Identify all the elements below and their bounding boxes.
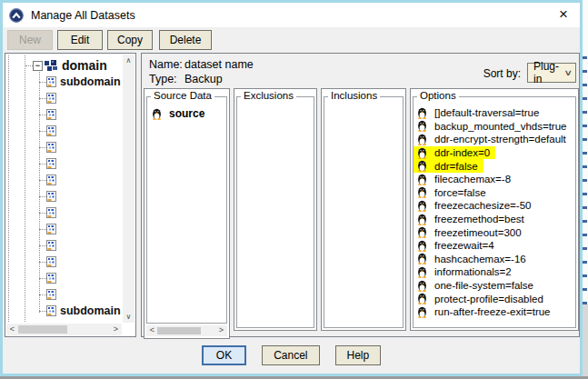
option-item[interactable]: informationals=2	[414, 265, 517, 279]
background-content	[583, 50, 587, 304]
window-title: Manage All Datasets	[31, 9, 135, 22]
option-item-label: protect-profile=disabled	[434, 294, 543, 304]
cancel-button[interactable]: Cancel	[262, 345, 319, 365]
option-item[interactable]: one-file-system=false	[414, 279, 539, 293]
help-button[interactable]: Help	[335, 345, 382, 365]
subdomain-icon	[46, 125, 56, 136]
collapse-toggle-icon[interactable]: −	[33, 61, 43, 71]
option-item[interactable]: ddr-index=0	[414, 146, 495, 160]
tree-item[interactable]	[5, 286, 122, 303]
background-window-strip	[583, 0, 588, 376]
option-item-label: filecachemax=-8	[434, 174, 511, 185]
option-item[interactable]: []default-traversal=true	[414, 106, 544, 120]
subdomain-icon	[46, 93, 56, 104]
tree-item[interactable]	[5, 172, 122, 188]
subdomain-icon	[46, 256, 56, 267]
tree-item-label: domain	[62, 58, 107, 73]
option-item[interactable]: freezemethod=best	[414, 213, 530, 226]
close-icon[interactable]: ×	[553, 4, 574, 25]
source-data-list: source	[146, 96, 227, 324]
scrollbar-thumb[interactable]	[157, 327, 201, 334]
penguin-icon	[417, 134, 427, 145]
scroll-down-icon[interactable]: ∨	[123, 311, 135, 323]
new-button[interactable]: New	[7, 30, 53, 50]
tree-horizontal-scrollbar[interactable]: < >	[6, 324, 122, 335]
option-item-label: freezetimeout=300	[434, 227, 522, 238]
tree-vertical-scrollbar[interactable]: ∧ ∨	[123, 55, 135, 323]
ok-button[interactable]: OK	[202, 345, 246, 365]
tree-item[interactable]	[5, 90, 122, 106]
name-value: dataset name	[184, 58, 254, 71]
tree-item[interactable]	[5, 204, 122, 221]
sort-by-value: Plug-in	[533, 60, 565, 85]
source-data-title: Source Data	[151, 90, 214, 102]
tree-item-domain[interactable]: −domain	[5, 57, 122, 74]
penguin-icon	[417, 280, 427, 292]
tree-item[interactable]	[5, 123, 122, 139]
option-item[interactable]: backup_mounted_vhds=true	[414, 120, 572, 134]
scrollbar-thumb[interactable]	[18, 325, 67, 334]
option-item[interactable]: hashcachemax=-16	[414, 253, 532, 266]
penguin-icon	[152, 108, 162, 120]
option-item[interactable]: force=false	[414, 186, 492, 200]
option-item[interactable]: freezetimeout=300	[414, 225, 527, 239]
tree-item[interactable]	[5, 139, 122, 155]
option-item-label: backup_mounted_vhds=true	[434, 121, 566, 132]
option-item[interactable]: filecachemax=-8	[414, 173, 516, 186]
tree-item[interactable]	[5, 221, 122, 237]
tree-view: −domainsubdomainsubdomain	[5, 54, 122, 323]
subdomain-icon	[46, 273, 56, 284]
source-horizontal-scrollbar[interactable]: < >	[146, 325, 227, 336]
tree-item[interactable]	[5, 237, 122, 254]
edit-button[interactable]: Edit	[57, 30, 103, 50]
options-title: Options	[417, 90, 459, 102]
delete-button[interactable]: Delete	[159, 30, 212, 50]
option-item[interactable]: ddr-encrypt-strength=default	[414, 133, 572, 146]
option-item-label: informationals=2	[434, 266, 512, 277]
source-data-panel: Source Data source < >	[144, 88, 230, 339]
domain-tree-panel: −domainsubdomainsubdomain ∧ ∨ < >	[5, 53, 136, 337]
penguin-icon	[417, 107, 427, 119]
scroll-left-icon[interactable]: <	[6, 324, 18, 335]
dataset-type-row: Type:Backup	[149, 73, 223, 85]
penguin-icon	[417, 293, 427, 304]
penguin-icon	[417, 266, 427, 278]
tree-item[interactable]	[5, 270, 122, 286]
option-item-label: []default-traversal=true	[434, 107, 539, 118]
option-item-label: one-file-system=false	[434, 280, 533, 291]
exclusions-list	[236, 96, 314, 328]
tree-item[interactable]	[5, 254, 122, 270]
option-item[interactable]: ddr=false	[414, 159, 483, 173]
option-item[interactable]: run-after-freeze-exit=true	[414, 305, 556, 319]
tree-item-label: subdomain	[60, 75, 121, 88]
penguin-icon	[417, 174, 427, 185]
scroll-right-icon[interactable]: >	[215, 325, 227, 336]
option-item[interactable]: freezewait=4	[414, 239, 500, 253]
tree-item-subdomain[interactable]: subdomain	[5, 74, 122, 90]
tree-item[interactable]	[5, 188, 122, 204]
sort-by-dropdown[interactable]: Plug-in ∨	[527, 63, 576, 83]
copy-button[interactable]: Copy	[107, 30, 153, 50]
penguin-icon	[417, 186, 427, 198]
toolbar: New Edit Copy Delete	[3, 27, 580, 53]
tree-item[interactable]	[5, 155, 122, 172]
scroll-up-icon[interactable]: ∧	[123, 55, 135, 66]
option-item-label: freezewait=4	[434, 240, 494, 251]
dialog-footer: OK Cancel Help	[3, 345, 580, 369]
domain-icon	[45, 60, 58, 72]
exclusions-title: Exclusions	[241, 90, 296, 102]
tree-item-subdomain[interactable]: subdomain	[5, 303, 122, 319]
sort-by-label: Sort by:	[483, 67, 521, 80]
title-bar: Manage All Datasets ×	[3, 3, 580, 27]
penguin-icon	[417, 200, 427, 212]
tree-item[interactable]	[5, 106, 122, 123]
option-item[interactable]: protect-profile=disabled	[414, 292, 549, 305]
penguin-icon	[417, 226, 427, 238]
option-item[interactable]: freezecachesize=-50	[414, 199, 536, 213]
penguin-icon	[417, 306, 427, 318]
source-item[interactable]: source	[147, 106, 226, 121]
subdomain-icon	[46, 175, 56, 185]
type-value: Backup	[184, 73, 223, 85]
scroll-right-icon[interactable]: >	[110, 324, 122, 335]
subdomain-icon	[46, 158, 56, 169]
